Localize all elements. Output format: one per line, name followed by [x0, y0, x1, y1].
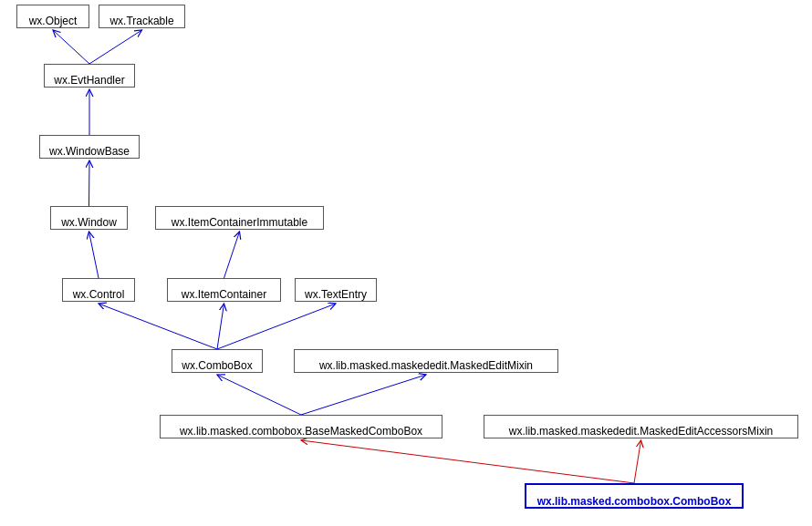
node-MaskedEditMixin: wx.lib.masked.maskededit.MaskedEditMixin: [294, 349, 558, 373]
node-Object: wx.Object: [16, 5, 89, 28]
node-BaseMaskedComboBox: wx.lib.masked.combobox.BaseMaskedComboBo…: [160, 415, 442, 438]
svg-line-5: [99, 304, 217, 349]
node-WindowBase: wx.WindowBase: [39, 135, 140, 159]
node-MaskedEditAccessorsMixin: wx.lib.masked.maskededit.MaskedEditAcces…: [484, 415, 798, 438]
svg-line-4: [89, 232, 99, 278]
svg-line-3: [89, 160, 90, 206]
svg-line-1: [89, 30, 142, 64]
node-Control: wx.Control: [62, 278, 135, 302]
svg-line-9: [217, 375, 301, 415]
svg-line-12: [634, 440, 641, 483]
node-EvtHandler: wx.EvtHandler: [44, 64, 135, 88]
svg-line-7: [217, 304, 336, 349]
node-TextEntry: wx.TextEntry: [295, 278, 377, 302]
svg-line-0: [53, 30, 89, 64]
svg-line-10: [301, 375, 426, 415]
node-Window: wx.Window: [50, 206, 128, 230]
node-ComboBoxFinal: wx.lib.masked.combobox.ComboBox: [525, 483, 744, 509]
diagram-container: wx.Objectwx.Trackablewx.EvtHandlerwx.Win…: [0, 0, 812, 526]
svg-line-8: [224, 232, 240, 278]
node-Trackable: wx.Trackable: [99, 5, 185, 28]
node-ItemContainer: wx.ItemContainer: [167, 278, 281, 302]
svg-line-11: [301, 440, 634, 483]
node-ItemContainerImmutable: wx.ItemContainerImmutable: [155, 206, 324, 230]
node-ComboBox: wx.ComboBox: [172, 349, 263, 373]
svg-line-6: [217, 304, 224, 349]
